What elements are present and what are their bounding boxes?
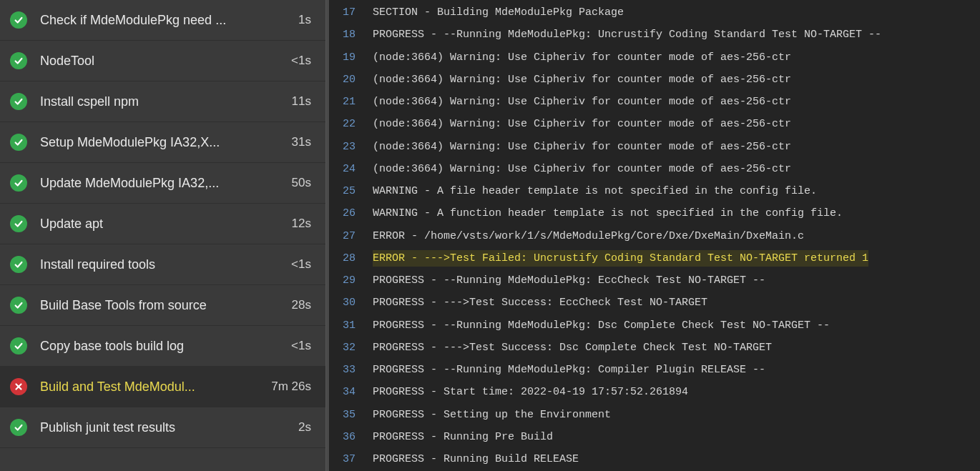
step-name: Update apt (40, 217, 283, 232)
log-line-text: (node:3664) Warning: Use Cipheriv for co… (373, 139, 791, 155)
log-line-text: PROGRESS - Setting up the Environment (373, 407, 611, 423)
step-item[interactable]: Check if MdeModulePkg need ...1s (0, 0, 325, 41)
log-line-number: 36 (330, 429, 373, 445)
check-icon (10, 215, 27, 232)
log-line[interactable]: 27ERROR - /home/vsts/work/1/s/MdeModuleP… (330, 225, 980, 247)
check-icon (10, 297, 27, 314)
log-line-number: 24 (330, 161, 373, 177)
log-line[interactable]: 20(node:3664) Warning: Use Cipheriv for … (330, 69, 980, 91)
log-line-number: 29 (330, 272, 373, 289)
log-line[interactable]: 33PROGRESS - --Running MdeModulePkg: Com… (330, 359, 980, 381)
log-line[interactable]: 30PROGRESS - --->Test Success: EccCheck … (330, 292, 980, 314)
check-icon (10, 419, 27, 436)
log-line-text: (node:3664) Warning: Use Cipheriv for co… (373, 71, 791, 88)
log-line-text: ERROR - --->Test Failed: Uncrustify Codi… (373, 250, 868, 267)
log-line-number: 30 (330, 294, 373, 311)
log-line-text: PROGRESS - Running Pre Build (373, 429, 553, 445)
step-name: Install cspell npm (40, 94, 283, 109)
step-name: Build and Test MdeModul... (40, 380, 263, 395)
step-duration: 31s (292, 135, 311, 149)
log-line[interactable]: 18PROGRESS - --Running MdeModulePkg: Unc… (330, 24, 980, 46)
step-name: Build Base Tools from source (40, 298, 283, 313)
log-line[interactable]: 37PROGRESS - Running Build RELEASE (330, 448, 980, 470)
error-icon (10, 378, 27, 395)
check-icon (10, 256, 27, 273)
log-line-number: 37 (330, 451, 373, 467)
log-line[interactable]: 22(node:3664) Warning: Use Cipheriv for … (330, 113, 980, 135)
log-line[interactable]: 17SECTION - Building MdeModulePkg Packag… (330, 1, 980, 24)
log-line-number: 17 (330, 4, 373, 21)
log-line-text: SECTION - Building MdeModulePkg Package (373, 4, 624, 21)
log-line-number: 19 (330, 49, 373, 66)
log-line-number: 34 (330, 384, 373, 400)
log-line[interactable]: 24(node:3664) Warning: Use Cipheriv for … (330, 158, 980, 180)
step-item[interactable]: Install required tools<1s (0, 244, 325, 285)
log-line-text: PROGRESS - --Running MdeModulePkg: Uncru… (373, 26, 881, 43)
log-line[interactable]: 34PROGRESS - Start time: 2022-04-19 17:5… (330, 381, 980, 403)
check-icon (10, 11, 27, 29)
log-line-text: (node:3664) Warning: Use Cipheriv for co… (373, 49, 791, 66)
log-line-number: 27 (330, 228, 373, 244)
log-line-text: (node:3664) Warning: Use Cipheriv for co… (373, 116, 791, 132)
step-name: Update MdeModulePkg IA32,... (40, 176, 283, 191)
log-line-text: PROGRESS - Start time: 2022-04-19 17:57:… (373, 384, 688, 400)
log-line-text: WARNING - A file header template is not … (373, 183, 817, 199)
step-name: Install required tools (40, 257, 283, 272)
step-item[interactable]: Build and Test MdeModul...7m 26s (0, 367, 325, 407)
check-icon (10, 134, 27, 151)
step-name: Setup MdeModulePkg IA32,X... (40, 135, 283, 150)
log-line-text: PROGRESS - Running Build RELEASE (373, 451, 579, 467)
step-item[interactable]: Build Base Tools from source28s (0, 285, 325, 326)
log-line[interactable]: 26WARNING - A function header template i… (330, 202, 980, 224)
step-duration: 28s (292, 298, 311, 312)
log-line-number: 21 (330, 94, 373, 110)
check-icon (10, 93, 27, 110)
log-line[interactable]: 21(node:3664) Warning: Use Cipheriv for … (330, 91, 980, 113)
log-line-number: 22 (330, 116, 373, 132)
log-panel[interactable]: 17SECTION - Building MdeModulePkg Packag… (330, 0, 980, 471)
log-line-text: PROGRESS - --->Test Success: EccCheck Te… (373, 294, 707, 311)
log-line-text: (node:3664) Warning: Use Cipheriv for co… (373, 94, 791, 110)
log-line-number: 33 (330, 362, 373, 378)
step-item[interactable]: Install cspell npm11s (0, 81, 325, 122)
log-line[interactable]: 32PROGRESS - --->Test Success: Dsc Compl… (330, 337, 980, 359)
step-item[interactable]: Copy base tools build log<1s (0, 326, 325, 367)
log-line-number: 35 (330, 407, 373, 423)
log-line[interactable]: 25WARNING - A file header template is no… (330, 180, 980, 202)
log-line-text: ERROR - /home/vsts/work/1/s/MdeModulePkg… (373, 228, 804, 244)
log-line[interactable]: 31PROGRESS - --Running MdeModulePkg: Dsc… (330, 314, 980, 337)
log-line-number: 20 (330, 71, 373, 88)
log-line-text: (node:3664) Warning: Use Cipheriv for co… (373, 161, 791, 177)
step-duration: 12s (292, 217, 311, 231)
step-item[interactable]: Setup MdeModulePkg IA32,X...31s (0, 122, 325, 163)
log-line-text: PROGRESS - --Running MdeModulePkg: EccCh… (373, 272, 765, 289)
log-line[interactable]: 29PROGRESS - --Running MdeModulePkg: Ecc… (330, 269, 980, 292)
step-duration: 11s (292, 94, 311, 109)
step-duration: <1s (291, 54, 311, 68)
log-line[interactable]: 35PROGRESS - Setting up the Environment (330, 404, 980, 426)
step-duration: 50s (292, 176, 311, 190)
step-duration: <1s (291, 339, 311, 353)
step-duration: <1s (291, 257, 311, 272)
log-line[interactable]: 19(node:3664) Warning: Use Cipheriv for … (330, 46, 980, 69)
step-item[interactable]: Update MdeModulePkg IA32,...50s (0, 163, 325, 204)
step-item[interactable]: Publish junit test results2s (0, 407, 325, 448)
log-line[interactable]: 23(node:3664) Warning: Use Cipheriv for … (330, 136, 980, 158)
log-line-text: WARNING - A function header template is … (373, 205, 843, 222)
step-name: NodeTool (40, 54, 283, 69)
step-duration: 1s (298, 13, 311, 27)
log-line[interactable]: 28ERROR - --->Test Failed: Uncrustify Co… (330, 247, 980, 269)
log-line-number: 26 (330, 205, 373, 222)
log-line-number: 32 (330, 339, 373, 356)
log-line-text: PROGRESS - --->Test Success: Dsc Complet… (373, 339, 772, 356)
step-item[interactable]: NodeTool<1s (0, 41, 325, 81)
log-line-text: PROGRESS - --Running MdeModulePkg: Dsc C… (373, 317, 830, 334)
check-icon (10, 174, 27, 192)
step-name: Check if MdeModulePkg need ... (40, 13, 290, 28)
step-name: Publish junit test results (40, 420, 290, 435)
check-icon (10, 52, 27, 69)
step-item[interactable]: Update apt12s (0, 204, 325, 244)
step-duration: 2s (298, 420, 311, 435)
log-line[interactable]: 36PROGRESS - Running Pre Build (330, 426, 980, 448)
steps-panel: Check if MdeModulePkg need ...1sNodeTool… (0, 0, 325, 471)
